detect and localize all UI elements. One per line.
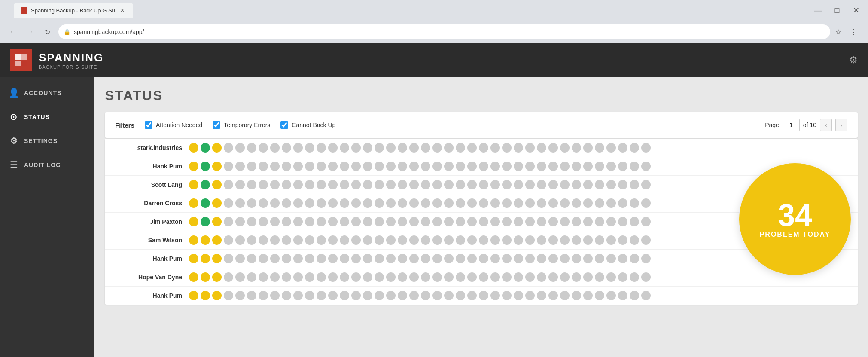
status-dot	[502, 254, 512, 263]
status-dot	[525, 180, 535, 189]
status-dot	[189, 217, 198, 226]
status-dot	[189, 235, 198, 245]
status-dot	[328, 180, 338, 189]
browser-tab[interactable]: Spanning Backup - Back Up G Su ✕	[14, 3, 133, 18]
close-button[interactable]: ✕	[851, 5, 861, 15]
sidebar: 👤 ACCOUNTS ⊙ STATUS ⚙ SETTINGS ☰ AUDIT L…	[0, 77, 94, 357]
status-dot	[560, 198, 570, 208]
status-dot	[212, 143, 222, 153]
status-dot	[537, 254, 546, 263]
back-button[interactable]: ←	[7, 26, 19, 38]
status-dot	[432, 180, 442, 189]
status-dot	[606, 254, 616, 263]
temporary-errors-label: Temporary Errors	[224, 122, 270, 128]
status-dot	[583, 291, 593, 300]
table-row[interactable]: Hope Van Dyne	[105, 268, 858, 287]
status-dot	[328, 198, 338, 208]
status-dot	[375, 254, 384, 263]
status-dot	[212, 217, 222, 226]
status-dot	[247, 180, 256, 189]
status-dot	[259, 198, 268, 208]
status-icon: ⊙	[9, 112, 19, 122]
status-dot	[479, 291, 488, 300]
status-dot	[293, 272, 303, 282]
status-dot	[340, 180, 349, 189]
sidebar-item-settings[interactable]: ⚙ SETTINGS	[0, 129, 94, 153]
bookmark-icon[interactable]: ☆	[835, 28, 841, 36]
temporary-errors-checkbox[interactable]	[213, 121, 220, 129]
status-dot	[467, 272, 477, 282]
cannot-back-up-checkbox[interactable]	[280, 121, 288, 129]
status-dot	[201, 180, 210, 189]
status-dot	[606, 235, 616, 245]
logo-icon	[10, 49, 32, 71]
status-dot	[282, 162, 291, 171]
reload-button[interactable]: ↻	[41, 26, 53, 38]
status-dot	[514, 180, 523, 189]
status-dot	[189, 180, 198, 189]
status-dot	[606, 143, 616, 153]
status-dot	[548, 217, 558, 226]
minimize-button[interactable]: —	[813, 5, 823, 15]
status-dot	[317, 198, 326, 208]
status-dot	[444, 254, 454, 263]
status-dot	[583, 217, 593, 226]
sidebar-item-status[interactable]: ⊙ STATUS	[0, 105, 94, 129]
status-dot	[259, 162, 268, 171]
address-bar-row: ← → ↻ 🔒 spanningbackup.com/app/ ☆ ⋮	[0, 21, 868, 43]
status-dot	[595, 291, 604, 300]
status-dot	[502, 180, 512, 189]
status-dot	[247, 162, 256, 171]
svg-rect-0	[15, 54, 21, 60]
tab-favicon	[21, 7, 27, 14]
status-dot	[444, 198, 454, 208]
status-dot	[270, 217, 280, 226]
status-dot	[537, 162, 546, 171]
status-dot	[572, 180, 581, 189]
sidebar-item-audit-log[interactable]: ☰ AUDIT LOG	[0, 153, 94, 177]
row-name: Jim Paxton	[113, 218, 182, 225]
dots-area	[189, 180, 651, 189]
status-dot	[293, 235, 303, 245]
lock-icon: 🔒	[64, 29, 70, 35]
status-dot	[282, 217, 291, 226]
status-dot	[490, 198, 500, 208]
status-dot	[641, 198, 651, 208]
attention-needed-checkbox[interactable]	[145, 121, 152, 129]
settings-gear-icon[interactable]: ⚙	[849, 55, 858, 66]
status-dot	[560, 254, 570, 263]
filter-cannot-back-up: Cannot Back Up	[280, 121, 335, 129]
status-dot	[572, 291, 581, 300]
table-row[interactable]: Scott Lang	[105, 176, 858, 194]
table-row[interactable]: stark.industries	[105, 139, 858, 157]
dots-area	[189, 291, 651, 300]
status-dot	[189, 291, 198, 300]
status-dot	[630, 272, 639, 282]
forward-button[interactable]: →	[24, 26, 36, 38]
browser-menu-button[interactable]: ⋮	[847, 25, 861, 38]
status-dot	[270, 180, 280, 189]
address-bar[interactable]: 🔒 spanningbackup.com/app/	[58, 24, 830, 39]
tab-close-button[interactable]: ✕	[119, 6, 126, 14]
page-number-input[interactable]	[783, 119, 800, 131]
table-row[interactable]: Hank Pum	[105, 287, 858, 305]
status-dot	[270, 272, 280, 282]
status-dot	[293, 291, 303, 300]
table-row[interactable]: Hank Pum	[105, 250, 858, 268]
status-dot	[432, 235, 442, 245]
status-dot	[270, 143, 280, 153]
status-dot	[247, 272, 256, 282]
table-row[interactable]: Hank Pum	[105, 157, 858, 176]
status-dot	[537, 143, 546, 153]
status-dot	[421, 254, 430, 263]
maximize-button[interactable]: □	[832, 5, 842, 15]
status-dot	[479, 217, 488, 226]
dots-area	[189, 143, 651, 153]
status-dot	[490, 291, 500, 300]
status-dot	[247, 235, 256, 245]
next-page-button[interactable]: ›	[835, 119, 847, 131]
dots-area	[189, 235, 651, 245]
status-dot	[398, 180, 407, 189]
sidebar-item-accounts[interactable]: 👤 ACCOUNTS	[0, 81, 94, 105]
prev-page-button[interactable]: ‹	[820, 119, 832, 131]
